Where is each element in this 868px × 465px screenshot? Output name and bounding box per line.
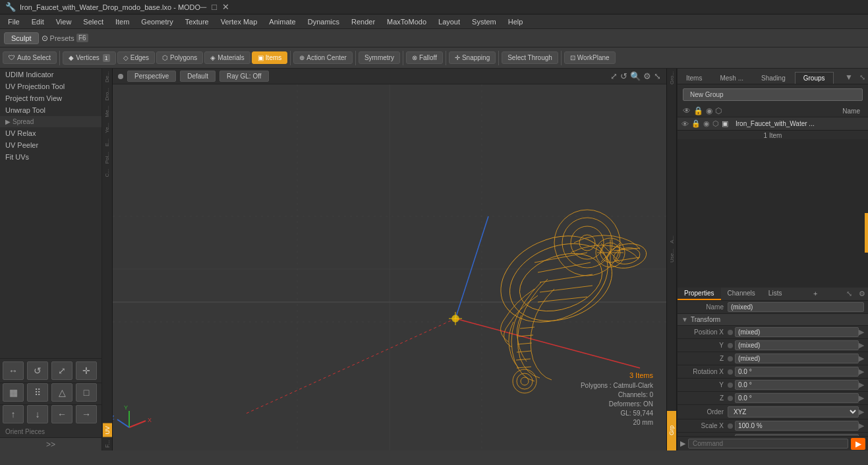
position-z-arrow-icon[interactable]: ▶	[859, 354, 864, 363]
command-input[interactable]	[688, 439, 848, 449]
uv-strip-active[interactable]: UV	[103, 423, 112, 437]
render-icon[interactable]: ◉	[706, 106, 712, 115]
scale-x-dot[interactable]	[728, 423, 733, 429]
snapping-button[interactable]: ✛ Snapping	[449, 51, 496, 64]
viewport[interactable]: Perspective Default Ray GL: Off ⤢ ↺ 🔍 ⚙ …	[113, 69, 666, 450]
workplane-button[interactable]: ⊡ WorkPlane	[564, 51, 616, 64]
triangle-icon-btn[interactable]: △	[51, 383, 72, 402]
rotation-z-arrow-icon[interactable]: ▶	[859, 394, 864, 402]
action-center-button[interactable]: ⊕ Action Center	[293, 51, 353, 64]
project-from-view-item[interactable]: Project from View	[0, 92, 101, 104]
transform-section[interactable]: ▼ Transform	[678, 314, 868, 326]
rotation-x-input[interactable]	[735, 367, 859, 377]
left-arrow-btn[interactable]: ←	[51, 405, 72, 423]
position-x-dot[interactable]	[728, 330, 733, 335]
new-group-btn[interactable]: New Group	[683, 88, 863, 101]
spread-section[interactable]: ▶ Spread	[0, 116, 101, 127]
position-x-arrow-icon[interactable]: ▶	[859, 328, 864, 336]
up-arrow-btn[interactable]: ↑	[3, 405, 24, 423]
vertices-button[interactable]: ◆ Vertices 1	[63, 51, 116, 65]
materials-button[interactable]: ◈ Materials	[204, 51, 250, 64]
ray-gl-button[interactable]: Ray GL: Off	[219, 71, 269, 82]
move-viewport-icon[interactable]: ⤢	[610, 71, 618, 81]
lock-icon[interactable]: 🔒	[693, 106, 703, 115]
symmetry-button[interactable]: Symmetry	[359, 51, 400, 64]
maximize-panel-icon[interactable]: ⤡	[857, 71, 868, 84]
uv-relax-item[interactable]: UV Relax	[0, 127, 101, 139]
props-tab-lists[interactable]: Lists	[762, 288, 789, 300]
rotation-y-dot[interactable]	[728, 383, 733, 388]
vis-icon[interactable]: ⬡	[715, 106, 722, 115]
position-y-input[interactable]	[735, 340, 859, 350]
items-button[interactable]: ▣ Items	[252, 51, 287, 64]
name-input[interactable]	[728, 302, 864, 312]
rotation-x-arrow-icon[interactable]: ▶	[859, 367, 864, 376]
group-list-item[interactable]: 👁 🔒 ◉ ⬡ ▣ Iron_Faucet_with_Water ...	[678, 117, 868, 131]
props-tab-channels[interactable]: Channels	[721, 288, 762, 300]
menu-dynamics[interactable]: Dynamics	[303, 16, 345, 27]
strip-gro[interactable]: Gro...	[668, 69, 676, 87]
uv-peeler-item[interactable]: UV Peeler	[0, 139, 101, 151]
position-y-dot[interactable]	[728, 343, 733, 348]
strip-a[interactable]: A...	[668, 233, 676, 246]
transform-icon-btn[interactable]: ✛	[76, 361, 97, 380]
expand-tabs-icon[interactable]: ▼	[841, 71, 857, 84]
props-tab-properties[interactable]: Properties	[678, 288, 721, 300]
side-label-dro[interactable]: Dro...	[103, 85, 111, 104]
groups-active-strip[interactable]: Grp	[667, 411, 676, 450]
unwrap-tool-item[interactable]: Unwrap Tool	[0, 104, 101, 116]
position-z-dot[interactable]	[728, 356, 733, 361]
select-through-button[interactable]: Select Through	[502, 51, 558, 64]
menu-file[interactable]: File	[3, 16, 25, 27]
menu-vertex-map[interactable]: Vertex Map	[216, 16, 263, 27]
right-arrow-btn[interactable]: →	[76, 405, 97, 423]
position-y-arrow-icon[interactable]: ▶	[859, 341, 864, 350]
menu-layout[interactable]: Layout	[433, 16, 465, 27]
presets-group[interactable]: ⊙ Presets F6	[42, 34, 88, 43]
tab-mesh[interactable]: Mesh ...	[711, 72, 752, 84]
menu-render[interactable]: Render	[346, 16, 380, 27]
f-strip[interactable]: F...	[103, 437, 112, 450]
menu-system[interactable]: System	[467, 16, 502, 27]
side-label-c[interactable]: C...	[103, 166, 111, 179]
perspective-button[interactable]: Perspective	[127, 71, 176, 82]
falloff-button[interactable]: ⊗ Falloff	[406, 51, 443, 64]
command-run-button[interactable]: ▶	[851, 438, 865, 450]
move-icon-btn[interactable]: ↔	[3, 361, 24, 380]
sculpt-button[interactable]: Sculpt	[4, 32, 39, 44]
menu-texture[interactable]: Texture	[180, 16, 214, 27]
default-button[interactable]: Default	[180, 71, 216, 82]
fit-uvs-item[interactable]: Fit UVs	[0, 151, 101, 163]
menu-maxtomode[interactable]: MaxToModo	[382, 16, 432, 27]
eye-icon[interactable]: 👁	[683, 106, 691, 115]
scale-x-arrow-icon[interactable]: ▶	[859, 421, 864, 430]
udim-indicator-item[interactable]: UDIM Indicator	[0, 69, 101, 80]
polygons-button[interactable]: ⬡ Polygons	[156, 51, 203, 64]
rotation-x-dot[interactable]	[728, 369, 733, 375]
group-eye-icon[interactable]: 👁	[681, 120, 689, 128]
position-x-input[interactable]	[735, 327, 859, 337]
menu-view[interactable]: View	[51, 16, 77, 27]
down-arrow-btn[interactable]: ↓	[27, 405, 48, 423]
zoom-icon[interactable]: 🔍	[630, 71, 641, 81]
settings-icon[interactable]: ⚙	[643, 71, 651, 81]
menu-item[interactable]: Item	[110, 16, 134, 27]
tab-shading[interactable]: Shading	[753, 72, 794, 84]
strip-use[interactable]: Use...	[668, 246, 676, 265]
rotation-y-arrow-icon[interactable]: ▶	[859, 381, 864, 389]
order-select[interactable]: XYZ	[728, 406, 859, 418]
uv-projection-tool-item[interactable]: UV Projection Tool	[0, 80, 101, 92]
rotate-viewport-icon[interactable]: ↺	[620, 71, 627, 81]
scale-icon-btn[interactable]: ⤢	[51, 361, 72, 380]
tab-items[interactable]: Items	[678, 72, 710, 84]
box-icon-btn[interactable]: □	[76, 383, 97, 402]
grid-icon-btn[interactable]: ▦	[3, 383, 24, 402]
menu-animate[interactable]: Animate	[264, 16, 301, 27]
side-label-e[interactable]: E...	[103, 136, 111, 149]
expand-button[interactable]: >>	[0, 437, 101, 450]
menu-select[interactable]: Select	[78, 16, 109, 27]
group-lock-icon[interactable]: 🔒	[691, 119, 701, 128]
menu-geometry[interactable]: Geometry	[136, 16, 178, 27]
position-z-input[interactable]	[735, 354, 859, 363]
menu-edit[interactable]: Edit	[26, 16, 49, 27]
